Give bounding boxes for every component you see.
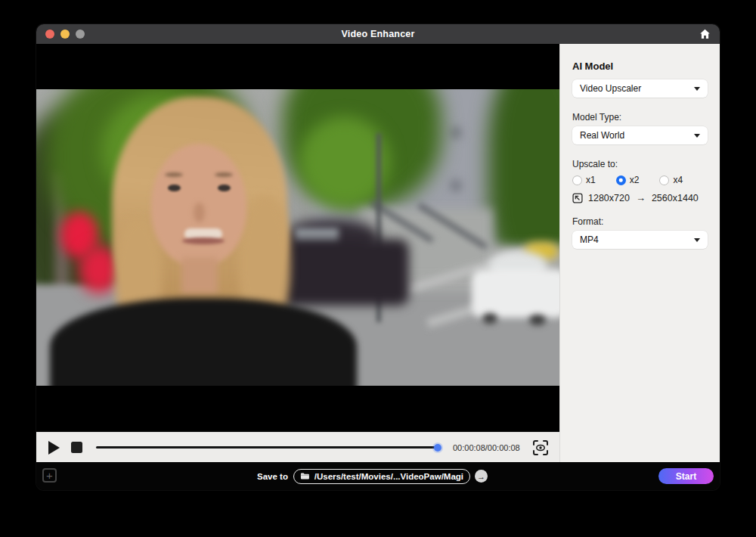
resolution-row: 1280x720 → 2560x1440 <box>572 192 708 203</box>
format-value: MP4 <box>580 234 599 245</box>
resolution-from: 1280x720 <box>588 193 630 203</box>
ai-model-dropdown[interactable]: Video Upscaler <box>572 79 708 98</box>
play-button[interactable] <box>48 441 60 455</box>
format-dropdown[interactable]: MP4 <box>572 231 708 249</box>
title-bar: Video Enhancer <box>36 24 720 44</box>
save-to-group: Save to /Users/test/Movies/...VideoPaw/M… <box>257 462 488 490</box>
time-display: 00:00:08/00:00:08 <box>453 443 520 452</box>
radio-x4-label: x4 <box>673 175 683 185</box>
seek-slider[interactable] <box>96 446 438 449</box>
home-button[interactable] <box>698 27 711 41</box>
desktop-background: Video Enhancer <box>0 0 756 537</box>
app-window: Video Enhancer <box>36 24 720 490</box>
arrow-right-icon: → <box>477 472 485 481</box>
radio-x1[interactable]: x1 <box>572 175 596 185</box>
scale-resize-icon <box>572 193 583 203</box>
save-to-label: Save to <box>257 472 288 481</box>
upscale-label: Upscale to: <box>572 159 708 169</box>
radio-x1-label: x1 <box>586 175 596 185</box>
chevron-down-icon <box>694 134 700 138</box>
woman-smile-lip <box>182 237 225 244</box>
home-icon <box>699 28 711 40</box>
radio-x1-circle[interactable] <box>572 175 582 185</box>
white-car-body <box>472 269 559 318</box>
ai-model-label: AI Model <box>572 61 708 72</box>
main-content: 00:00:08/00:00:08 <box>36 44 720 462</box>
resolution-to: 2560x1440 <box>652 193 699 203</box>
ai-model-value: Video Upscaler <box>580 83 641 94</box>
footer-bar: + Save to /Users/test/Movies/...VideoPaw… <box>36 462 720 490</box>
folder-icon <box>300 472 310 480</box>
chevron-down-icon <box>694 238 700 242</box>
compare-button[interactable] <box>532 439 549 456</box>
traffic-lights <box>45 29 85 39</box>
model-type-value: Real World <box>580 130 624 141</box>
settings-sidebar: AI Model Video Upscaler Model Type: Real… <box>559 44 720 462</box>
start-button[interactable]: Start <box>658 468 714 484</box>
video-pane: 00:00:08/00:00:08 <box>36 44 559 462</box>
radio-x2-label: x2 <box>630 175 640 185</box>
radio-x4[interactable]: x4 <box>659 175 683 185</box>
minimize-button[interactable] <box>60 29 70 39</box>
seek-slider-knob[interactable] <box>434 444 442 452</box>
woman-eyebrow <box>215 172 233 177</box>
white-car-wheel <box>482 313 497 324</box>
zoom-button <box>76 29 85 39</box>
woman-neck <box>181 257 218 293</box>
radio-x4-circle[interactable] <box>659 175 669 185</box>
close-button[interactable] <box>45 29 54 39</box>
save-path-text: /Users/test/Movies/...VideoPaw/MagicAI <box>314 472 463 481</box>
woman-nose <box>194 203 205 222</box>
player-controls: 00:00:08/00:00:08 <box>36 432 559 462</box>
compare-preview-icon <box>532 439 549 456</box>
building-window <box>451 127 461 138</box>
model-type-label: Model Type: <box>572 112 708 123</box>
save-path-field[interactable]: /Users/test/Movies/...VideoPaw/MagicAI <box>293 469 470 484</box>
video-preview <box>36 89 559 386</box>
add-file-button[interactable]: + <box>42 468 57 483</box>
woman-sweater <box>50 298 357 386</box>
open-folder-button[interactable]: → <box>475 470 488 483</box>
chevron-down-icon <box>694 87 700 91</box>
woman-eye <box>168 185 181 191</box>
building-window <box>451 180 461 191</box>
woman-eyebrow <box>165 172 183 177</box>
white-car-wheel <box>529 315 546 325</box>
stop-button[interactable] <box>71 442 82 453</box>
resolution-arrow: → <box>636 192 646 203</box>
woman-eye <box>218 185 231 191</box>
model-type-dropdown[interactable]: Real World <box>572 126 708 144</box>
radio-x2-circle[interactable] <box>616 175 626 185</box>
format-label: Format: <box>572 216 708 227</box>
radio-x2[interactable]: x2 <box>616 175 640 185</box>
upscale-options: x1 x2 x4 <box>572 175 708 185</box>
window-title: Video Enhancer <box>36 29 720 39</box>
